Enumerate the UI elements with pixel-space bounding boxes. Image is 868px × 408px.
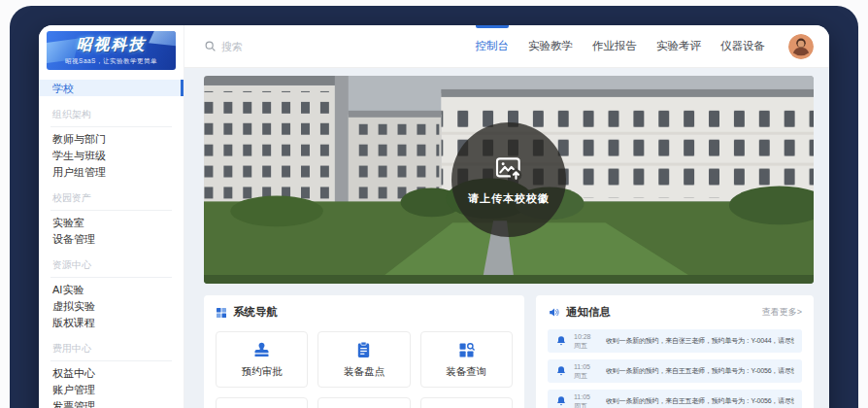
stamp-icon xyxy=(251,340,272,360)
upload-hint-text: 请上传本校校徽 xyxy=(468,191,550,206)
card-label: 装备查询 xyxy=(446,365,486,379)
card-equipment-search[interactable]: 装备查询 xyxy=(420,331,513,388)
sidebar-item-licensed-courses[interactable]: 版权课程 xyxy=(39,314,184,330)
sidebar-section-cost-center: 费用中心 xyxy=(39,339,184,358)
tab-label: 实验考评 xyxy=(656,39,701,53)
app-window: 昭视科技 昭视SaaS，让实验教学更简单 学校 组织架构 教师与部门 学生与班级… xyxy=(39,25,829,408)
divider xyxy=(50,126,172,127)
sidebar-item-device-management[interactable]: 设备管理 xyxy=(39,230,184,247)
page-background: 昭视科技 昭视SaaS，让实验教学更简单 学校 组织架构 教师与部门 学生与班级… xyxy=(0,0,868,408)
divider xyxy=(50,277,172,278)
clipboard-icon xyxy=(353,340,374,360)
image-upload-icon xyxy=(493,153,524,185)
grid-icon xyxy=(216,307,227,319)
card-hidden[interactable] xyxy=(317,397,410,408)
notification-text: 收到一条新的预约，来自王五老师，预约单号为：Y-0056，请尽快处理。 xyxy=(606,366,794,376)
system-nav-header: 系统导航 xyxy=(216,305,513,320)
day-value: 周五 xyxy=(574,371,599,380)
day-value: 周五 xyxy=(574,341,599,350)
hero-banner: 请上传本校校徽 xyxy=(204,76,814,284)
topbar: 控制台 实验教学 作业报告 实验考评 仪器设备 xyxy=(184,25,829,68)
notification-item[interactable]: 11:05 周五 收到一条新的预约，来自王五老师，预约单号为：Y-0056，请尽… xyxy=(548,390,802,408)
logo-decoration xyxy=(149,31,176,47)
top-navigation: 控制台 实验教学 作业报告 实验考评 仪器设备 xyxy=(476,25,766,67)
tab-label: 作业报告 xyxy=(592,39,637,53)
tab-label: 仪器设备 xyxy=(720,39,765,53)
divider xyxy=(50,210,172,211)
time-value: 11:05 xyxy=(574,362,599,371)
system-nav-cards: 预约审批 xyxy=(216,331,513,408)
search-input[interactable] xyxy=(221,41,357,52)
sidebar-item-laboratory[interactable]: 实验室 xyxy=(39,214,184,230)
notification-item[interactable]: 11:05 周五 收到一条新的预约，来自王五老师，预约单号为：Y-0056，请尽… xyxy=(548,359,802,383)
avatar[interactable] xyxy=(788,34,814,59)
notification-time: 10:28 周五 xyxy=(574,332,599,350)
notification-list: 10:28 周五 收到一条新的预约，来自张三老师，预约单号为：Y-0044，请尽… xyxy=(548,329,802,408)
app-frame: 昭视科技 昭视SaaS，让实验教学更简单 学校 组织架构 教师与部门 学生与班级… xyxy=(10,6,858,408)
logo-subtitle: 昭视SaaS，让实验教学更简单 xyxy=(65,57,157,66)
notification-text: 收到一条新的预约，来自张三老师，预约单号为：Y-0044，请尽快处理。 xyxy=(606,336,794,346)
sidebar-item-user-groups[interactable]: 用户组管理 xyxy=(39,163,184,180)
system-nav-panel: 系统导航 预约审批 xyxy=(204,295,524,408)
notification-time: 11:05 周五 xyxy=(574,362,599,380)
main-content: 请上传本校校徽 xyxy=(184,68,829,408)
logo-title: 昭视科技 xyxy=(77,35,147,55)
notification-item[interactable]: 10:28 周五 收到一条新的预约，来自张三老师，预约单号为：Y-0044，请尽… xyxy=(548,329,802,353)
tab-experiment-teaching[interactable]: 实验教学 xyxy=(528,25,573,67)
grid-search-icon xyxy=(456,340,477,360)
search-icon xyxy=(204,40,217,52)
card-label: 装备盘点 xyxy=(344,365,384,379)
sidebar-section-org: 组织架构 xyxy=(39,105,184,124)
sidebar-item-virtual-experiment[interactable]: 虚拟实验 xyxy=(39,297,184,314)
search-bar xyxy=(204,40,357,52)
active-tab-indicator xyxy=(476,25,510,28)
notification-time: 11:05 周五 xyxy=(574,392,599,408)
bell-icon xyxy=(555,395,567,407)
panels-row: 系统导航 预约审批 xyxy=(204,295,814,408)
card-label: 预约审批 xyxy=(242,365,283,379)
sidebar-item-school[interactable]: 学校 xyxy=(39,80,184,96)
divider xyxy=(50,360,172,361)
sidebar-item-ai-experiment[interactable]: AI实验 xyxy=(39,281,184,297)
view-more-link[interactable]: 查看更多> xyxy=(762,306,802,319)
day-value: 周五 xyxy=(574,401,599,408)
sidebar-item-account-management[interactable]: 账户管理 xyxy=(39,381,184,397)
card-reservation-approval[interactable]: 预约审批 xyxy=(216,331,308,388)
logo: 昭视科技 昭视SaaS，让实验教学更简单 xyxy=(47,31,176,70)
notifications-panel: 通知信息 查看更多> 10:28 周 xyxy=(536,295,814,408)
sidebar-menu: 学校 组织架构 教师与部门 学生与班级 用户组管理 校园资产 实验室 设备管理 … xyxy=(39,80,184,408)
panel-title: 通知信息 xyxy=(566,305,611,320)
bell-icon xyxy=(555,365,567,377)
tab-label: 实验教学 xyxy=(528,39,573,53)
speaker-icon xyxy=(548,306,560,319)
tab-homework-report[interactable]: 作业报告 xyxy=(592,25,637,67)
sidebar-item-label: 学校 xyxy=(52,83,74,94)
main-column: 控制台 实验教学 作业报告 实验考评 仪器设备 xyxy=(184,25,829,408)
card-hidden[interactable] xyxy=(420,397,513,408)
upload-school-badge-button[interactable]: 请上传本校校徽 xyxy=(451,122,566,237)
panel-title: 系统导航 xyxy=(233,305,278,320)
tab-console[interactable]: 控制台 xyxy=(476,25,510,67)
sidebar-item-invoice-management[interactable]: 发票管理 xyxy=(39,397,184,408)
bell-icon xyxy=(555,335,567,347)
card-equipment-inventory[interactable]: 装备盘点 xyxy=(317,331,410,388)
tab-experiment-evaluation[interactable]: 实验考评 xyxy=(656,25,701,67)
tab-label: 控制台 xyxy=(476,39,510,53)
sidebar-item-teachers-departments[interactable]: 教师与部门 xyxy=(39,130,184,147)
sidebar-section-resource-center: 资源中心 xyxy=(39,255,184,275)
time-value: 10:28 xyxy=(574,332,599,341)
notification-text: 收到一条新的预约，来自王五老师，预约单号为：Y-0056，请尽快处理。 xyxy=(606,396,794,406)
notifications-header: 通知信息 查看更多> xyxy=(548,305,802,320)
sidebar-section-campus-assets: 校园资产 xyxy=(39,188,184,208)
sidebar-item-students-classes[interactable]: 学生与班级 xyxy=(39,147,184,163)
sidebar: 昭视科技 昭视SaaS，让实验教学更简单 学校 组织架构 教师与部门 学生与班级… xyxy=(39,25,184,408)
card-hidden[interactable] xyxy=(216,397,308,408)
tab-instrument-equipment[interactable]: 仪器设备 xyxy=(720,25,765,67)
active-item-indicator xyxy=(181,80,184,96)
sidebar-item-benefits-center[interactable]: 权益中心 xyxy=(39,364,184,381)
time-value: 11:05 xyxy=(574,392,599,401)
